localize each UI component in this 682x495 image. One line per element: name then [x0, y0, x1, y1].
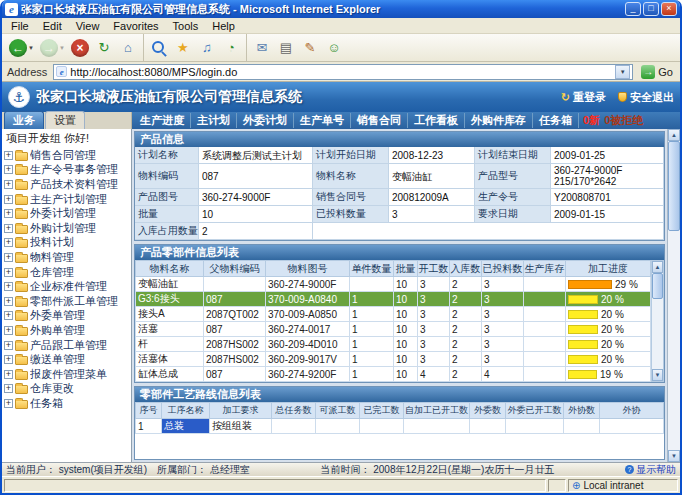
- expand-icon[interactable]: +: [4, 209, 13, 218]
- scroll-thumb[interactable]: [652, 273, 663, 299]
- column-header[interactable]: 物料名称: [136, 261, 204, 277]
- sidebar-tree-item[interactable]: + 仓库管理: [4, 265, 131, 280]
- address-dropdown[interactable]: ▼: [615, 65, 630, 79]
- column-header[interactable]: 生产库存: [524, 261, 566, 277]
- sidebar-tree-item[interactable]: + 缴送单管理: [4, 352, 131, 367]
- address-input[interactable]: e http://localhost:8080/MPS/login.do ▼: [53, 64, 633, 80]
- expand-icon[interactable]: +: [4, 311, 13, 320]
- nav-item[interactable]: 任务箱: [533, 113, 579, 128]
- parts-scrollbar[interactable]: ▲ ▼: [651, 260, 664, 382]
- scroll-up-icon[interactable]: ▲: [652, 261, 663, 273]
- back-button[interactable]: ← ▼: [6, 34, 37, 61]
- sidebar-tree-item[interactable]: + 报废件管理菜单: [4, 367, 131, 382]
- column-header[interactable]: 外协: [600, 403, 664, 419]
- sidebar-tree-item[interactable]: + 仓库更改: [4, 382, 131, 397]
- table-row[interactable]: 缸体总成087360-274-9200F11042419 %: [136, 367, 651, 382]
- column-header[interactable]: 可派工数: [316, 403, 360, 419]
- media-button[interactable]: ♫ ▼: [195, 34, 219, 61]
- column-header[interactable]: 序号: [136, 403, 162, 419]
- sidebar-tree-item[interactable]: + 产品跟工单管理: [4, 338, 131, 353]
- module-tab[interactable]: 业务: [4, 111, 44, 129]
- column-header[interactable]: 父物料编码: [204, 261, 266, 277]
- scroll-track[interactable]: [652, 273, 663, 369]
- column-header[interactable]: 物料图号: [266, 261, 350, 277]
- table-row[interactable]: G3:6接头087370-009-A084011032320 %: [136, 292, 651, 307]
- search-button[interactable]: ▼: [143, 34, 171, 61]
- sidebar-tree-item[interactable]: + 企业标准件管理: [4, 279, 131, 294]
- sidebar-tree-item[interactable]: + 销售合同管理: [4, 148, 131, 163]
- menu-item[interactable]: File: [4, 20, 36, 32]
- sidebar-tree-item[interactable]: + 物料管理: [4, 250, 131, 265]
- nav-item[interactable]: 工作看板: [408, 113, 465, 128]
- column-header[interactable]: 总任务数: [272, 403, 316, 419]
- menu-item[interactable]: Edit: [36, 20, 69, 32]
- sidebar-tree-item[interactable]: + 产品技术资料管理: [4, 177, 131, 192]
- home-button[interactable]: ⌂ ▼: [116, 34, 140, 61]
- close-button[interactable]: ×: [661, 2, 677, 16]
- refresh-button[interactable]: ↻ ▼: [92, 34, 116, 61]
- column-header[interactable]: 已完工数: [360, 403, 404, 419]
- expand-icon[interactable]: +: [4, 384, 13, 393]
- scroll-up-icon[interactable]: ▲: [668, 129, 680, 141]
- table-row[interactable]: 杆2087HS002360-209-4D01011032320 %: [136, 337, 651, 352]
- menu-item[interactable]: Tools: [166, 20, 206, 32]
- sidebar-tree-item[interactable]: + 外购单管理: [4, 323, 131, 338]
- expand-icon[interactable]: +: [4, 326, 13, 335]
- forward-button[interactable]: → ▼: [37, 34, 68, 61]
- column-header[interactable]: 外委数: [470, 403, 506, 419]
- main-scrollbar[interactable]: ▲ ▼: [667, 129, 680, 462]
- nav-item[interactable]: 销售合同: [351, 113, 408, 128]
- expand-icon[interactable]: +: [4, 297, 13, 306]
- expand-icon[interactable]: +: [4, 151, 13, 160]
- logout-button[interactable]: 安全退出: [618, 90, 674, 105]
- nav-item[interactable]: 外委计划: [237, 113, 294, 128]
- messenger-button[interactable]: ☺ ▼: [322, 34, 346, 61]
- sidebar-tree-item[interactable]: + 外购计划管理: [4, 221, 131, 236]
- table-row[interactable]: 活塞体2087HS002360-209-9017V11032320 %: [136, 352, 651, 367]
- expand-icon[interactable]: +: [4, 370, 13, 379]
- minimize-button[interactable]: _: [625, 2, 641, 16]
- scroll-thumb[interactable]: [668, 141, 680, 231]
- expand-icon[interactable]: +: [4, 195, 13, 204]
- expand-icon[interactable]: +: [4, 355, 13, 364]
- favorites-button[interactable]: ★ ▼: [171, 34, 195, 61]
- dropdown-caret-icon[interactable]: ▼: [59, 45, 65, 51]
- column-header[interactable]: 工序名称: [162, 403, 210, 419]
- column-header[interactable]: 开工数: [418, 261, 450, 277]
- sidebar-tree-item[interactable]: + 任务箱: [4, 396, 131, 411]
- dropdown-caret-icon[interactable]: ▼: [28, 45, 34, 51]
- sidebar-tree-item[interactable]: + 主生产计划管理: [4, 192, 131, 207]
- go-button[interactable]: → Go: [637, 65, 677, 79]
- expand-icon[interactable]: +: [4, 341, 13, 350]
- nav-item[interactable]: 主计划: [191, 113, 237, 128]
- expand-icon[interactable]: +: [4, 180, 13, 189]
- sidebar-tree-item[interactable]: + 外委计划管理: [4, 206, 131, 221]
- history-button[interactable]: ◔ ▼: [219, 34, 243, 61]
- column-header[interactable]: 加工进度: [566, 261, 651, 277]
- show-help-link[interactable]: ? 显示帮助: [625, 463, 676, 477]
- table-row[interactable]: 1总装按组组装: [136, 419, 664, 434]
- maximize-button[interactable]: □: [643, 2, 659, 16]
- scroll-track[interactable]: [668, 141, 680, 450]
- nav-item[interactable]: 生产进度: [134, 113, 191, 128]
- table-row[interactable]: 变幅油缸360-274-9000F1032329 %: [136, 277, 651, 292]
- sidebar-tree-item[interactable]: + 零部件派工单管理: [4, 294, 131, 309]
- column-header[interactable]: 已投料数: [482, 261, 524, 277]
- expand-icon[interactable]: +: [4, 268, 13, 277]
- scroll-down-icon[interactable]: ▼: [652, 369, 663, 381]
- sidebar-tree-item[interactable]: + 外委单管理: [4, 309, 131, 324]
- table-row[interactable]: 接头A2087QT002370-009-A085011032320 %: [136, 307, 651, 322]
- mail-button[interactable]: ✉ ▼: [246, 34, 274, 61]
- column-header[interactable]: 外委已开工数: [506, 403, 564, 419]
- edit-button[interactable]: ✎ ▼: [298, 34, 322, 61]
- nav-item[interactable]: 外购件库存: [465, 113, 533, 128]
- expand-icon[interactable]: +: [4, 253, 13, 262]
- menu-item[interactable]: Favorites: [106, 20, 165, 32]
- module-tab[interactable]: 设置: [45, 111, 85, 129]
- stop-button[interactable]: × ▼: [68, 34, 92, 61]
- nav-item[interactable]: 生产单号: [294, 113, 351, 128]
- title-bar[interactable]: e 张家口长城液压油缸有限公司管理信息系统 - Microsoft Intern…: [2, 0, 680, 18]
- scroll-down-icon[interactable]: ▼: [668, 450, 680, 462]
- column-header[interactable]: 加工要求: [210, 403, 272, 419]
- expand-icon[interactable]: +: [4, 165, 13, 174]
